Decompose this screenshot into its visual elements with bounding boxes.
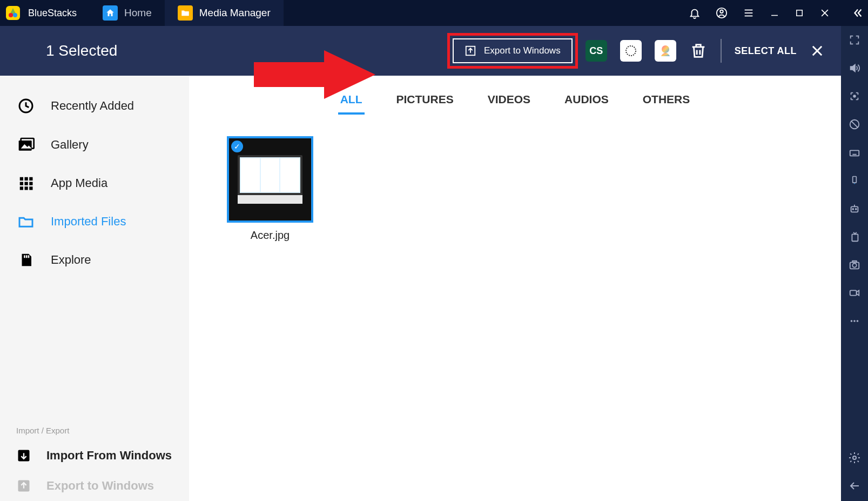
delete-button[interactable] — [689, 42, 708, 60]
bell-icon[interactable] — [689, 7, 701, 19]
filter-videos[interactable]: VIDEOS — [486, 90, 533, 115]
svg-point-1 — [9, 13, 13, 17]
fullscreen-icon[interactable] — [847, 32, 862, 48]
rotate-icon[interactable] — [847, 173, 862, 188]
svg-point-57 — [851, 320, 853, 322]
svg-point-38 — [853, 95, 856, 97]
filter-tabs: ALL PICTURES VIDEOS AUDIOS OTHERS — [211, 90, 819, 115]
svg-point-13 — [626, 46, 636, 56]
share-app-faceapp[interactable] — [655, 40, 676, 62]
nav-imported-files[interactable]: Imported Files — [0, 202, 189, 241]
app-name: BlueStacks — [28, 8, 77, 19]
svg-rect-31 — [25, 186, 28, 190]
file-item[interactable]: ✓ Acer.jpg — [227, 136, 313, 242]
nav-explore-label: Explore — [51, 253, 91, 267]
share-app-camscanner[interactable]: CS — [586, 40, 607, 62]
svg-rect-29 — [29, 182, 32, 185]
svg-rect-33 — [24, 255, 25, 258]
more-icon[interactable] — [847, 313, 862, 329]
filter-pictures[interactable]: PICTURES — [394, 90, 456, 115]
video-icon[interactable] — [847, 285, 862, 300]
svg-rect-24 — [20, 177, 23, 181]
svg-rect-26 — [29, 177, 32, 181]
svg-point-59 — [857, 320, 859, 322]
folder-icon — [178, 5, 193, 21]
svg-point-14 — [662, 45, 669, 53]
import-icon — [16, 448, 31, 463]
apps-icon — [16, 175, 36, 191]
share-apps-row: CS — [586, 40, 708, 62]
svg-rect-41 — [850, 150, 859, 156]
title-bar: BlueStacks Home Media Manager — [0, 0, 868, 26]
svg-rect-55 — [852, 261, 856, 263]
install-apk-icon[interactable] — [847, 229, 862, 244]
window-controls — [689, 7, 864, 19]
svg-rect-35 — [28, 255, 30, 258]
nav-gallery[interactable]: Gallery — [0, 125, 189, 164]
filter-others[interactable]: OTHERS — [641, 90, 692, 115]
collapse-rail-icon[interactable] — [852, 7, 864, 19]
tab-media-manager[interactable]: Media Manager — [165, 0, 284, 26]
menu-icon[interactable] — [743, 7, 755, 19]
close-button[interactable] — [819, 8, 830, 18]
selection-header: 1 Selected Export to Windows CS SELE — [0, 26, 841, 76]
export-to-windows-button[interactable]: Export to Windows — [453, 38, 573, 63]
nav-import-from-windows[interactable]: Import From Windows — [0, 440, 189, 471]
nav-recently-added-label: Recently Added — [51, 99, 134, 113]
robot-icon[interactable] — [847, 201, 862, 216]
back-icon[interactable] — [847, 478, 862, 493]
bluestacks-logo-icon — [4, 4, 22, 22]
account-icon[interactable] — [716, 7, 728, 19]
svg-line-40 — [851, 121, 858, 128]
left-nav: Recently Added Gallery App Media Importe… — [0, 76, 189, 501]
svg-point-54 — [852, 263, 856, 267]
svg-rect-9 — [797, 10, 803, 16]
keyboard-icon[interactable] — [847, 145, 862, 160]
tab-home[interactable]: Home — [90, 0, 165, 26]
share-app-2[interactable] — [620, 40, 642, 62]
export-icon — [465, 45, 476, 57]
nav-section-import-export: Import / Export — [0, 416, 189, 440]
svg-point-47 — [854, 183, 855, 184]
nav-app-media[interactable]: App Media — [0, 164, 189, 202]
selection-count: 1 Selected — [46, 42, 117, 59]
settings-icon[interactable] — [847, 450, 862, 465]
svg-rect-52 — [852, 234, 858, 241]
tab-media-manager-label: Media Manager — [199, 7, 271, 19]
main-area: ALL PICTURES VIDEOS AUDIOS OTHERS ✓ Acer… — [189, 76, 841, 501]
svg-point-50 — [856, 209, 857, 210]
tabs: Home Media Manager — [90, 0, 284, 26]
maximize-button[interactable] — [795, 8, 804, 18]
volume-icon[interactable] — [847, 61, 862, 76]
disabled-eye-icon[interactable] — [847, 117, 862, 132]
selected-check-icon: ✓ — [231, 141, 243, 152]
minimize-button[interactable] — [770, 8, 779, 18]
svg-rect-34 — [26, 255, 28, 258]
nav-imported-files-label: Imported Files — [51, 215, 126, 229]
svg-rect-46 — [853, 177, 857, 183]
file-thumbnail[interactable]: ✓ — [227, 136, 313, 223]
folder-open-icon — [16, 213, 36, 230]
select-all-button[interactable]: SELECT ALL — [735, 45, 797, 57]
nav-export-to-windows[interactable]: Export to Windows — [0, 471, 189, 501]
home-icon — [103, 5, 118, 21]
filter-audios[interactable]: AUDIOS — [562, 90, 611, 115]
svg-point-49 — [852, 209, 853, 210]
nav-explore[interactable]: Explore — [0, 241, 189, 279]
nav-app-media-label: App Media — [51, 176, 107, 190]
right-rail — [841, 26, 868, 501]
filter-all[interactable]: ALL — [338, 90, 365, 115]
lock-cursor-icon[interactable] — [847, 89, 862, 104]
svg-rect-56 — [850, 290, 857, 295]
svg-point-2 — [13, 13, 17, 17]
svg-rect-25 — [25, 177, 28, 181]
svg-point-4 — [720, 10, 723, 14]
nav-recently-added[interactable]: Recently Added — [0, 86, 189, 125]
gallery-icon — [16, 136, 36, 153]
nav-import-label: Import From Windows — [46, 449, 172, 463]
nav-gallery-label: Gallery — [51, 138, 89, 152]
clock-icon — [16, 97, 36, 115]
camera-icon[interactable] — [847, 257, 862, 272]
close-selection-button[interactable] — [810, 43, 825, 58]
nav-export-label: Export to Windows — [46, 479, 154, 493]
